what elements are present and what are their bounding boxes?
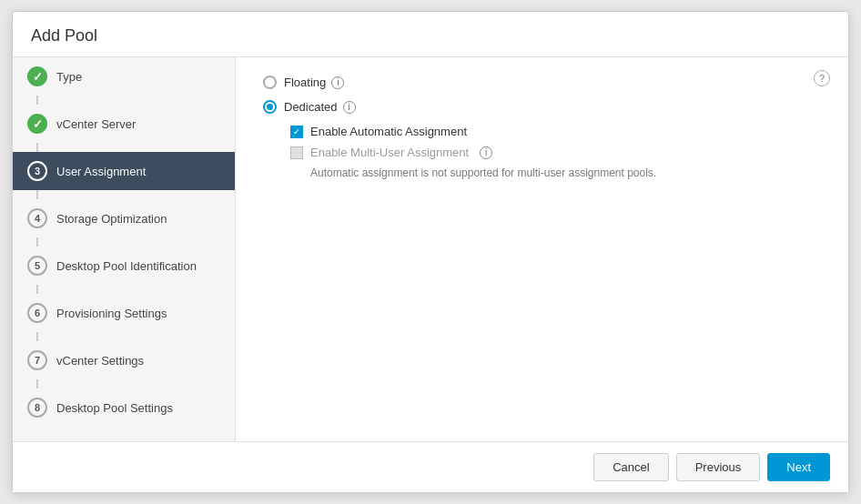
step-connector-4 [36,237,38,247]
dedicated-radio[interactable] [263,100,277,114]
previous-button[interactable]: Previous [676,453,761,481]
step-connector-7 [36,379,38,388]
info-symbol-3: i [485,147,487,157]
step-3-number: 3 [35,166,40,176]
step-5-number: 5 [35,260,40,271]
enable-auto-row: ✓ Enable Automatic Assignment [290,125,821,138]
content-area: ? Floating i Dedicated i [236,57,848,441]
enable-auto-label: Enable Automatic Assignment [310,125,467,138]
floating-info-icon[interactable]: i [331,76,344,89]
checkbox-check-icon: ✓ [293,127,300,136]
floating-label: Floating [284,76,326,89]
enable-multi-row: Enable Multi-User Assignment i [290,146,821,159]
step-5-icon: 5 [27,256,47,276]
help-icon[interactable]: ? [814,70,830,86]
step-2-icon: ✓ [27,114,47,134]
step-4-label: Storage Optimization [56,212,167,226]
sidebar-item-vcenter-settings[interactable]: 7 vCenter Settings [13,341,235,379]
checkmark-icon: ✓ [33,70,43,84]
dedicated-sub-options: ✓ Enable Automatic Assignment Enable Mul… [290,125,821,179]
step-7-number: 7 [35,355,40,366]
cancel-button[interactable]: Cancel [593,453,668,481]
sidebar-item-storage-optimization[interactable]: 4 Storage Optimization [13,199,235,237]
floating-radio[interactable] [263,76,277,89]
help-icon-symbol: ? [819,73,825,84]
sidebar-item-desktop-pool-id[interactable]: 5 Desktop Pool Identification [13,247,235,285]
step-6-number: 6 [35,307,40,318]
step-connector-3 [36,190,38,199]
step-connector-6 [36,332,38,341]
step-4-icon: 4 [27,208,47,228]
step-4-number: 4 [35,213,40,224]
sidebar-item-provisioning-settings[interactable]: 6 Provisioning Settings [13,294,235,332]
dedicated-info-icon[interactable]: i [343,101,356,114]
step-2-label: vCenter Server [56,117,136,131]
enable-multi-label: Enable Multi-User Assignment [310,146,469,159]
step-8-number: 8 [35,402,40,413]
dialog-title: Add Pool [13,12,848,57]
dialog-footer: Cancel Previous Next [13,441,848,492]
step-connector-1 [36,96,38,105]
enable-auto-checkbox[interactable]: ✓ [290,126,303,138]
step-6-icon: 6 [27,303,47,323]
floating-option-row: Floating i [263,76,821,89]
sidebar-item-user-assignment[interactable]: 3 User Assignment [13,152,235,190]
hint-text: Automatic assignment is not supported fo… [310,166,821,179]
add-pool-dialog: Add Pool ✓ Type ✓ vCenter Server [12,11,849,493]
step-1-icon: ✓ [27,66,47,86]
dedicated-label: Dedicated [284,100,338,114]
step-7-icon: 7 [27,350,47,370]
info-symbol: i [337,77,339,87]
step-connector-2 [36,143,38,152]
multi-info-icon[interactable]: i [480,146,492,159]
step-3-icon: 3 [27,161,47,181]
step-5-label: Desktop Pool Identification [56,259,197,273]
step-8-label: Desktop Pool Settings [56,401,173,415]
step-3-label: User Assignment [56,165,146,178]
step-8-icon: 8 [27,398,47,418]
dialog-body: ✓ Type ✓ vCenter Server 3 User Assignmen… [13,57,848,441]
step-6-label: Provisioning Settings [56,307,167,320]
step-1-label: Type [56,70,82,84]
step-7-label: vCenter Settings [56,354,144,368]
radio-group: Floating i Dedicated i [263,76,821,179]
sidebar-item-type[interactable]: ✓ Type [13,57,235,96]
info-symbol-2: i [348,102,349,112]
sidebar: ✓ Type ✓ vCenter Server 3 User Assignmen… [13,57,236,441]
enable-multi-checkbox[interactable] [290,146,303,159]
sidebar-item-desktop-pool-settings[interactable]: 8 Desktop Pool Settings [13,388,235,427]
step-connector-5 [36,285,38,294]
checkmark-icon-2: ✓ [33,117,43,131]
sidebar-item-vcenter-server[interactable]: ✓ vCenter Server [13,105,235,143]
dedicated-option-row: Dedicated i [263,100,821,114]
next-button[interactable]: Next [767,453,830,481]
